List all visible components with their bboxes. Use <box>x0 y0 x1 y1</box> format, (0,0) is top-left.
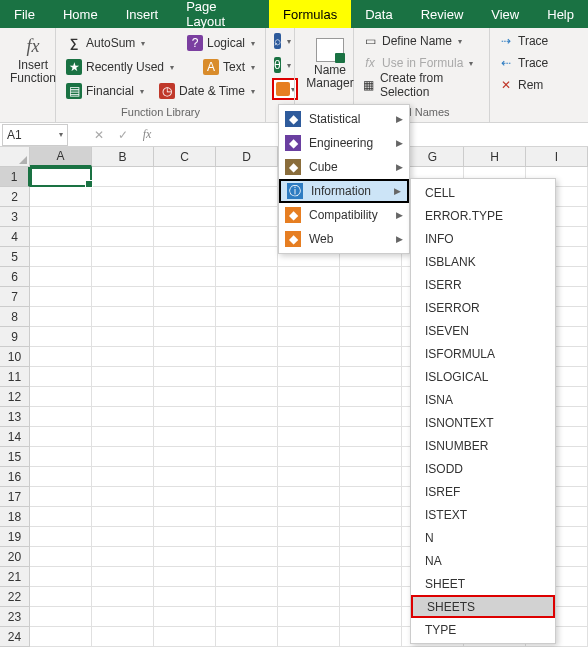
cell[interactable] <box>92 407 154 427</box>
cell[interactable] <box>216 387 278 407</box>
cell[interactable] <box>92 307 154 327</box>
cell[interactable] <box>278 607 340 627</box>
cell[interactable] <box>92 227 154 247</box>
cell[interactable] <box>154 307 216 327</box>
column-header[interactable]: C <box>154 147 216 167</box>
cell[interactable] <box>30 487 92 507</box>
row-header[interactable]: 3 <box>0 207 30 227</box>
lookup-button[interactable]: ⌕▾ <box>272 30 288 52</box>
function-isnumber[interactable]: ISNUMBER <box>411 434 555 457</box>
row-header[interactable]: 6 <box>0 267 30 287</box>
trace-dependents-button[interactable]: ⇠ Trace <box>496 52 588 74</box>
cell[interactable] <box>92 587 154 607</box>
cell[interactable] <box>278 427 340 447</box>
cell[interactable] <box>340 567 402 587</box>
row-header[interactable]: 7 <box>0 287 30 307</box>
cell[interactable] <box>92 267 154 287</box>
cell[interactable] <box>154 207 216 227</box>
row-header[interactable]: 22 <box>0 587 30 607</box>
function-isnontext[interactable]: ISNONTEXT <box>411 411 555 434</box>
row-header[interactable]: 9 <box>0 327 30 347</box>
cell[interactable] <box>154 447 216 467</box>
cell[interactable] <box>154 187 216 207</box>
name-box[interactable]: A1 ▾ <box>2 124 68 146</box>
cell[interactable] <box>30 387 92 407</box>
text-button[interactable]: A Text ▾ <box>199 56 259 78</box>
tab-insert[interactable]: Insert <box>112 0 173 28</box>
row-header[interactable]: 11 <box>0 367 30 387</box>
cell[interactable] <box>30 407 92 427</box>
cell[interactable] <box>216 207 278 227</box>
cell[interactable] <box>92 387 154 407</box>
row-header[interactable]: 13 <box>0 407 30 427</box>
cell[interactable] <box>278 487 340 507</box>
cell[interactable] <box>340 407 402 427</box>
function-istext[interactable]: ISTEXT <box>411 503 555 526</box>
cell[interactable] <box>92 347 154 367</box>
menu-item-engineering[interactable]: ◆Engineering▶ <box>279 131 409 155</box>
cell[interactable] <box>278 367 340 387</box>
tab-home[interactable]: Home <box>49 0 112 28</box>
cell[interactable] <box>278 447 340 467</box>
column-header[interactable]: A <box>30 147 92 167</box>
tab-data[interactable]: Data <box>351 0 406 28</box>
cell[interactable] <box>154 527 216 547</box>
row-header[interactable]: 14 <box>0 427 30 447</box>
cell[interactable] <box>154 487 216 507</box>
cell[interactable] <box>30 467 92 487</box>
cell[interactable] <box>216 307 278 327</box>
menu-item-web[interactable]: ◆Web▶ <box>279 227 409 251</box>
cell[interactable] <box>154 567 216 587</box>
cell[interactable] <box>340 367 402 387</box>
function-iserror[interactable]: ISERROR <box>411 296 555 319</box>
cell[interactable] <box>30 447 92 467</box>
row-header[interactable]: 8 <box>0 307 30 327</box>
recently-used-button[interactable]: ★ Recently Used ▾ <box>62 56 178 78</box>
tab-help[interactable]: Help <box>533 0 588 28</box>
cell[interactable] <box>216 167 278 187</box>
cell[interactable] <box>216 367 278 387</box>
cell[interactable] <box>340 467 402 487</box>
cell[interactable] <box>340 387 402 407</box>
cell[interactable] <box>154 367 216 387</box>
column-header[interactable]: B <box>92 147 154 167</box>
cell[interactable] <box>154 347 216 367</box>
cell[interactable] <box>30 567 92 587</box>
cell[interactable] <box>216 347 278 367</box>
cell[interactable] <box>278 387 340 407</box>
cell[interactable] <box>154 267 216 287</box>
function-isref[interactable]: ISREF <box>411 480 555 503</box>
row-header[interactable]: 21 <box>0 567 30 587</box>
select-all-corner[interactable] <box>0 147 30 167</box>
row-header[interactable]: 2 <box>0 187 30 207</box>
cell[interactable] <box>30 267 92 287</box>
trace-precedents-button[interactable]: ⇢ Trace <box>496 30 588 52</box>
cell[interactable] <box>92 367 154 387</box>
cell[interactable] <box>340 627 402 647</box>
cell[interactable] <box>154 407 216 427</box>
menu-item-statistical[interactable]: ◆Statistical▶ <box>279 107 409 131</box>
cell[interactable] <box>216 467 278 487</box>
fx-icon[interactable]: fx <box>136 125 158 145</box>
cell[interactable] <box>30 227 92 247</box>
cell[interactable] <box>154 247 216 267</box>
cell[interactable] <box>340 307 402 327</box>
cell[interactable] <box>30 307 92 327</box>
financial-button[interactable]: ▤ Financial ▾ <box>62 80 148 102</box>
function-sheet[interactable]: SHEET <box>411 572 555 595</box>
cell[interactable] <box>216 287 278 307</box>
cell[interactable] <box>340 327 402 347</box>
cell[interactable] <box>216 627 278 647</box>
function-islogical[interactable]: ISLOGICAL <box>411 365 555 388</box>
cell[interactable] <box>30 587 92 607</box>
cell[interactable] <box>30 207 92 227</box>
cell[interactable] <box>92 527 154 547</box>
cell[interactable] <box>278 307 340 327</box>
row-header[interactable]: 18 <box>0 507 30 527</box>
cell[interactable] <box>216 247 278 267</box>
cell[interactable] <box>278 527 340 547</box>
function-error-type[interactable]: ERROR.TYPE <box>411 204 555 227</box>
cell[interactable] <box>216 607 278 627</box>
tab-file[interactable]: File <box>0 0 49 28</box>
cell[interactable] <box>92 187 154 207</box>
